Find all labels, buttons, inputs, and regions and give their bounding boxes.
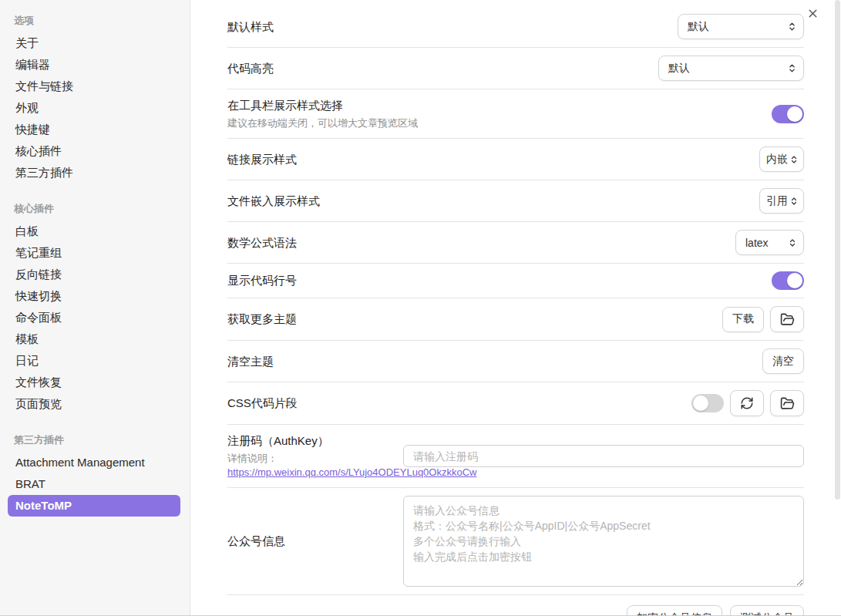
sidebar-item-backlinks[interactable]: 反向链接 bbox=[8, 264, 180, 285]
setting-row-default-style: 默认样式 默认 bbox=[227, 6, 804, 48]
sidebar-item-appearance[interactable]: 外观 bbox=[8, 97, 180, 119]
chevrons-up-down-icon bbox=[788, 237, 797, 248]
setting-row-math-syntax: 数学公式语法 latex bbox=[227, 222, 804, 264]
code-highlight-select[interactable]: 默认 bbox=[658, 56, 804, 81]
test-mp-button[interactable]: 测试公众号 bbox=[730, 605, 804, 615]
folder-open-icon bbox=[780, 312, 795, 327]
setting-control: latex bbox=[735, 230, 804, 255]
setting-control bbox=[772, 105, 804, 123]
sidebar-item-brat[interactable]: BRAT bbox=[8, 473, 180, 495]
sidebar-item-files-links[interactable]: 文件与链接 bbox=[8, 76, 180, 97]
code-line-number-toggle[interactable] bbox=[772, 271, 804, 290]
sidebar-item-file-recovery[interactable]: 文件恢复 bbox=[8, 372, 180, 393]
setting-name: 在工具栏展示样式选择 bbox=[227, 97, 418, 114]
sidebar-item-canvas[interactable]: 白板 bbox=[8, 220, 180, 242]
close-button[interactable] bbox=[804, 5, 821, 22]
settings-sidebar: 选项 关于 编辑器 文件与链接 外观 快捷键 核心插件 第三方插件 核心插件 白… bbox=[0, 0, 190, 615]
sidebar-item-hotkeys[interactable]: 快捷键 bbox=[8, 119, 180, 140]
setting-control: 默认 bbox=[658, 56, 804, 81]
sidebar-header-core-plugins: 核心插件 bbox=[8, 202, 180, 220]
sidebar-item-core-plugins[interactable]: 核心插件 bbox=[8, 140, 180, 162]
setting-control: 引用 bbox=[759, 188, 804, 214]
setting-row-link-style: 链接展示样式 内嵌 bbox=[227, 139, 804, 180]
refresh-icon bbox=[740, 396, 754, 410]
open-snippet-folder-button[interactable] bbox=[770, 390, 804, 416]
setting-info: 在工具栏展示样式选择 建议在移动端关闭，可以增大文章预览区域 bbox=[227, 97, 433, 130]
setting-control bbox=[403, 445, 804, 467]
sidebar-section-options: 选项 关于 编辑器 文件与链接 外观 快捷键 核心插件 第三方插件 bbox=[8, 14, 180, 183]
sidebar-item-quick-switcher[interactable]: 快速切换 bbox=[8, 285, 180, 307]
download-theme-button[interactable]: 下载 bbox=[722, 307, 764, 332]
sidebar-item-about[interactable]: 关于 bbox=[8, 32, 180, 54]
sidebar-item-editor[interactable]: 编辑器 bbox=[8, 54, 180, 76]
settings-content: 默认样式 默认 代码高亮 默认 在工 bbox=[190, 0, 841, 615]
auth-key-help-link[interactable]: https://mp.weixin.qq.com/s/LYujo4ODEYLuq… bbox=[227, 466, 476, 478]
sidebar-item-note-composer[interactable]: 笔记重组 bbox=[8, 242, 180, 264]
toggle-knob bbox=[693, 396, 708, 411]
setting-name: CSS代码片段 bbox=[227, 395, 298, 412]
link-style-select[interactable]: 内嵌 bbox=[759, 146, 804, 172]
setting-control: 内嵌 bbox=[759, 146, 804, 172]
setting-row-mp-info: 公众号信息 bbox=[227, 488, 804, 595]
setting-info: 注册码（AuthKey） 详情说明：https://mp.weixin.qq.c… bbox=[227, 433, 403, 480]
setting-name: 数学公式语法 bbox=[227, 234, 297, 251]
folder-open-icon bbox=[780, 396, 795, 411]
setting-info: 链接展示样式 bbox=[227, 151, 312, 168]
css-snippet-toggle[interactable] bbox=[691, 394, 724, 412]
sidebar-section-community-plugins: 第三方插件 Attachment Management BRAT NoteToM… bbox=[8, 433, 180, 517]
chevrons-up-down-icon bbox=[789, 196, 799, 207]
setting-info: CSS代码片段 bbox=[227, 395, 313, 412]
select-value: latex bbox=[745, 237, 769, 249]
toggle-knob bbox=[787, 106, 802, 122]
setting-description: 详情说明：https://mp.weixin.qq.com/s/LYujo4OD… bbox=[227, 452, 388, 480]
chevrons-up-down-icon bbox=[787, 21, 797, 32]
auth-key-desc-prefix: 详情说明： bbox=[227, 453, 278, 464]
setting-info: 清空主题 bbox=[227, 353, 289, 370]
mp-info-textarea[interactable] bbox=[403, 496, 804, 587]
sidebar-header-options: 选项 bbox=[8, 14, 180, 32]
default-style-select[interactable]: 默认 bbox=[678, 14, 804, 39]
sidebar-item-page-preview[interactable]: 页面预览 bbox=[8, 393, 180, 415]
setting-row-code-line-number: 显示代码行号 bbox=[227, 264, 804, 298]
setting-row-auth-key: 注册码（AuthKey） 详情说明：https://mp.weixin.qq.c… bbox=[227, 425, 804, 488]
setting-control: 默认 bbox=[678, 14, 804, 39]
sidebar-item-attachment-management[interactable]: Attachment Management bbox=[8, 452, 180, 473]
file-embed-style-select[interactable]: 引用 bbox=[759, 188, 804, 214]
select-value: 引用 bbox=[766, 194, 788, 208]
settings-footer: 加密公众号信息 测试公众号 bbox=[227, 595, 804, 615]
setting-control: 下载 bbox=[722, 306, 804, 332]
chevrons-up-down-icon bbox=[789, 154, 799, 165]
chevrons-up-down-icon bbox=[787, 62, 797, 74]
sidebar-item-community-plugins[interactable]: 第三方插件 bbox=[8, 162, 180, 183]
sidebar-item-notetomp[interactable]: NoteToMP bbox=[8, 495, 180, 517]
encrypt-mp-info-button[interactable]: 加密公众号信息 bbox=[627, 605, 722, 615]
setting-name: 默认样式 bbox=[227, 19, 274, 35]
reload-snippets-button[interactable] bbox=[730, 390, 764, 416]
toolbar-style-toggle[interactable] bbox=[772, 105, 804, 123]
sidebar-item-templates[interactable]: 模板 bbox=[8, 328, 180, 350]
toggle-knob bbox=[787, 273, 802, 288]
setting-info: 显示代码行号 bbox=[227, 272, 312, 289]
settings-modal: 选项 关于 编辑器 文件与链接 外观 快捷键 核心插件 第三方插件 核心插件 白… bbox=[0, 0, 841, 616]
setting-description: 建议在移动端关闭，可以增大文章预览区域 bbox=[227, 116, 418, 130]
setting-row-code-highlight: 代码高亮 默认 bbox=[227, 48, 804, 89]
setting-name: 获取更多主题 bbox=[227, 311, 297, 328]
setting-name: 显示代码行号 bbox=[227, 272, 297, 289]
setting-name: 清空主题 bbox=[227, 353, 274, 370]
sidebar-item-command-palette[interactable]: 命令面板 bbox=[8, 307, 180, 328]
auth-key-input[interactable] bbox=[403, 445, 804, 467]
setting-info: 代码高亮 bbox=[227, 60, 289, 77]
setting-name: 代码高亮 bbox=[227, 60, 274, 77]
setting-row-file-embed-style: 文件嵌入展示样式 引用 bbox=[227, 180, 804, 222]
sidebar-header-community-plugins: 第三方插件 bbox=[8, 433, 180, 452]
setting-name: 注册码（AuthKey） bbox=[227, 433, 388, 449]
sidebar-item-daily-notes[interactable]: 日记 bbox=[8, 350, 180, 372]
open-theme-folder-button[interactable] bbox=[770, 306, 804, 332]
scrollbar[interactable] bbox=[835, 0, 840, 500]
clear-theme-button[interactable]: 清空 bbox=[762, 348, 804, 374]
setting-control bbox=[403, 496, 804, 587]
close-icon bbox=[806, 7, 819, 20]
select-value: 默认 bbox=[668, 62, 690, 76]
setting-name: 链接展示样式 bbox=[227, 151, 297, 168]
math-syntax-select[interactable]: latex bbox=[735, 230, 804, 255]
